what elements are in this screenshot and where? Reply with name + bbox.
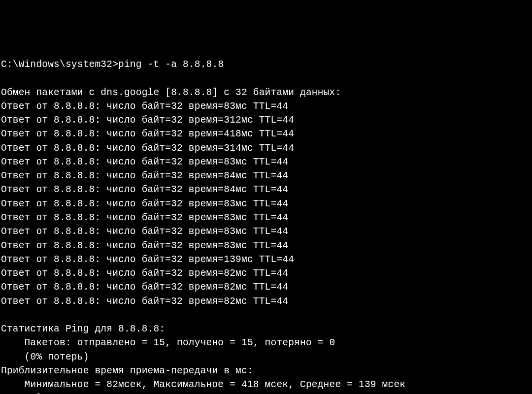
- stats-loss: (0% потерь): [1, 352, 89, 362]
- ping-reply-line: Ответ от 8.8.8.8: число байт=32 время=41…: [1, 129, 294, 139]
- stats-packets: Пакетов: отправлено = 15, получено = 15,…: [1, 337, 335, 348]
- stats-title: Статистика Ping для 8.8.8.8:: [1, 324, 165, 334]
- prompt-path: C:\Windows\system32>: [1, 59, 118, 70]
- ping-reply-line: Ответ от 8.8.8.8: число байт=32 время=31…: [1, 143, 294, 154]
- stats-rtt-values: Минимальное = 82мсек, Максимальное = 418…: [1, 379, 405, 390]
- ping-reply-line: Ответ от 8.8.8.8: число байт=32 время=13…: [1, 254, 294, 265]
- stats-rtt-title: Приблизительное время приема-передачи в …: [1, 365, 253, 376]
- command-text: ping -t -a 8.8.8.8: [118, 59, 224, 70]
- ping-reply-line: Ответ от 8.8.8.8: число байт=32 время=84…: [1, 184, 288, 195]
- ping-reply-line: Ответ от 8.8.8.8: число байт=32 время=82…: [1, 282, 288, 293]
- ping-reply-line: Ответ от 8.8.8.8: число байт=32 время=83…: [1, 157, 288, 167]
- ping-reply-line: Ответ от 8.8.8.8: число байт=32 время=83…: [1, 198, 288, 209]
- ping-reply-line: Ответ от 8.8.8.8: число байт=32 время=83…: [1, 226, 288, 237]
- ping-reply-line: Ответ от 8.8.8.8: число байт=32 время=83…: [1, 240, 288, 251]
- ping-reply-line: Ответ от 8.8.8.8: число байт=32 время=83…: [1, 101, 288, 112]
- ping-reply-line: Ответ от 8.8.8.8: число байт=32 время=83…: [1, 212, 288, 223]
- terminal-output[interactable]: C:\Windows\system32>ping -t -a 8.8.8.8 О…: [1, 58, 531, 394]
- ping-reply-line: Ответ от 8.8.8.8: число байт=32 время=82…: [1, 296, 288, 307]
- ping-reply-line: Ответ от 8.8.8.8: число байт=32 время=82…: [1, 268, 288, 279]
- ping-header: Обмен пакетами с dns.google [8.8.8.8] с …: [1, 87, 341, 98]
- ping-reply-line: Ответ от 8.8.8.8: число байт=32 время=84…: [1, 170, 288, 181]
- ping-reply-line: Ответ от 8.8.8.8: число байт=32 время=31…: [1, 115, 294, 126]
